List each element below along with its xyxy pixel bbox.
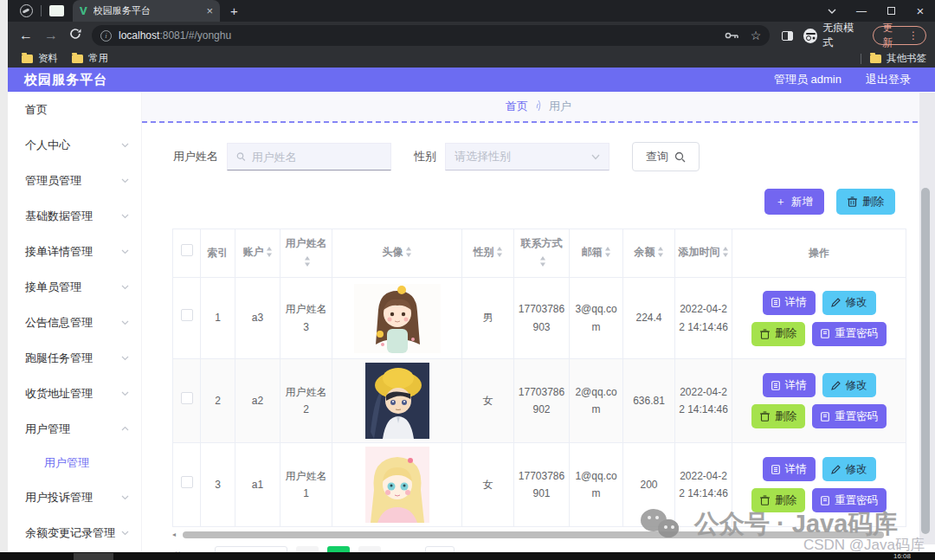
cell-email: 2@qq.com (570, 359, 623, 443)
desktop-edge (0, 0, 8, 552)
sidebar-subitem-user-mgmt-active[interactable]: 用户管理 (8, 447, 141, 480)
sidebar-item-personal-center[interactable]: 个人中心 (8, 127, 141, 163)
sort-icon[interactable] (539, 254, 546, 272)
info-icon[interactable]: i (100, 30, 112, 42)
detail-button[interactable]: 详情 (763, 373, 816, 397)
minimize-button[interactable]: — (847, 0, 876, 22)
name-filter-field[interactable] (227, 143, 391, 171)
bookmark-star-icon[interactable]: ☆ (751, 29, 762, 42)
cell-balance: 200 (623, 443, 675, 527)
new-tab-button[interactable]: + (230, 3, 238, 18)
col-phone[interactable]: 联系方式 (514, 229, 570, 278)
chevron-down-icon (121, 248, 129, 255)
breadcrumb-home-link[interactable]: 首页 (506, 99, 528, 114)
detail-button[interactable]: 详情 (763, 291, 816, 315)
cell-phone: 17703786901 (514, 443, 570, 527)
sidebar-item-errand-task-mgmt[interactable]: 跑腿任务管理 (8, 340, 141, 376)
current-user: 管理员 admin (774, 72, 842, 87)
sidebar-item-user-mgmt[interactable]: 用户管理 (8, 411, 141, 447)
url-bar[interactable]: i localhost:8081/#/yonghu ☆ (92, 25, 770, 46)
sidebar-item-home[interactable]: 首页 (8, 92, 141, 127)
browser-logo-icon[interactable] (20, 4, 33, 17)
edit-button[interactable]: 修改 (822, 291, 876, 315)
taskbar-app-icon[interactable] (74, 553, 113, 560)
forward-icon[interactable]: → (44, 28, 58, 43)
tab-search-chevron-icon[interactable] (817, 0, 847, 22)
row-checkbox[interactable] (181, 392, 193, 404)
name-filter-input[interactable] (252, 151, 382, 164)
app-header: 校园服务平台 管理员 admin 退出登录 (8, 68, 935, 92)
scrollbar-thumb[interactable] (183, 531, 884, 538)
scrollbar-thumb[interactable] (921, 188, 930, 534)
other-bookmarks[interactable]: 其他书签 (870, 52, 926, 65)
pinned-tab-icon[interactable] (49, 5, 64, 16)
cell-index: 3 (201, 443, 235, 527)
menu-dots-icon[interactable]: ⋮ (908, 29, 919, 42)
users-table: 索引 账户 用户姓名 头像 性别 联系方式 邮箱 余额 添加时间 操作 (172, 229, 896, 527)
sidebar-item-complaint-mgmt[interactable]: 用户投诉管理 (8, 480, 141, 515)
delete-button[interactable]: 删除 (751, 322, 805, 346)
divider (861, 54, 861, 64)
search-button[interactable]: 查询 (632, 142, 700, 171)
sidebar-item-address-mgmt[interactable]: 收货地址管理 (8, 376, 141, 411)
select-all-header (173, 229, 201, 278)
row-checkbox[interactable] (181, 309, 193, 321)
delete-button[interactable]: 删除 (751, 488, 805, 512)
horizontal-scrollbar[interactable]: ◂ (172, 531, 896, 539)
col-index[interactable]: 索引 (201, 229, 235, 278)
sort-icon[interactable] (604, 245, 611, 262)
bookmark-folder-2[interactable]: 常用 (72, 52, 108, 65)
maximize-button[interactable] (876, 0, 906, 22)
logout-link[interactable]: 退出登录 (866, 72, 911, 87)
col-avatar[interactable]: 头像 (332, 229, 462, 278)
tab-close-icon[interactable]: × (206, 4, 213, 17)
reload-icon[interactable] (69, 28, 81, 43)
sort-icon[interactable] (304, 254, 311, 272)
url-text[interactable]: localhost:8081/#/yonghu (119, 29, 725, 42)
select-all-checkbox[interactable] (181, 244, 193, 256)
detail-button[interactable]: 详情 (763, 457, 816, 481)
password-key-icon[interactable] (725, 31, 738, 40)
bookmark-folder-1[interactable]: 资料 (22, 52, 58, 65)
sidebar-item-admin-mgmt[interactable]: 管理员管理 (8, 163, 141, 198)
col-account[interactable]: 账户 (235, 229, 280, 278)
edit-button[interactable]: 修改 (822, 457, 876, 481)
reset-password-button[interactable]: 重置密码 (812, 488, 887, 512)
sidebar-item-courier-mgmt[interactable]: 接单员管理 (8, 269, 141, 305)
vertical-scrollbar[interactable] (919, 93, 935, 544)
bookmarks-bar: 资料 常用 其他书签 (8, 49, 935, 68)
col-name[interactable]: 用户姓名 (280, 229, 332, 278)
sidebar-item-notice-mgmt[interactable]: 公告信息管理 (8, 305, 141, 340)
scroll-left-arrow-icon[interactable]: ◂ (172, 531, 176, 539)
cell-created: 2022-04-22 14:14:46 (675, 278, 732, 359)
side-panel-icon[interactable] (782, 31, 793, 41)
back-icon[interactable]: ← (19, 28, 33, 43)
sort-icon[interactable] (266, 245, 273, 262)
sort-icon[interactable] (657, 245, 664, 262)
search-icon (236, 151, 246, 162)
cell-account: a1 (235, 443, 280, 527)
col-created[interactable]: 添加时间 (675, 229, 732, 278)
sort-icon[interactable] (722, 245, 729, 262)
col-gender[interactable]: 性别 (462, 229, 514, 278)
browser-tab[interactable]: V 校园服务平台 × (73, 0, 220, 22)
sidebar-item-order-detail-mgmt[interactable]: 接单详情管理 (8, 234, 141, 269)
update-button[interactable]: 更新 ⋮ (873, 26, 926, 45)
user-avatar (354, 284, 441, 353)
batch-delete-button[interactable]: 删除 (836, 189, 895, 215)
sidebar-item-base-data-mgmt[interactable]: 基础数据管理 (8, 198, 141, 234)
gender-filter-select[interactable]: 请选择性别 (445, 143, 609, 171)
reset-password-button[interactable]: 重置密码 (812, 404, 887, 428)
browser-window: V 校园服务平台 × + — × ← → i localh (8, 0, 935, 552)
reset-password-button[interactable]: 重置密码 (812, 322, 887, 346)
delete-button[interactable]: 删除 (751, 404, 805, 428)
row-checkbox[interactable] (181, 476, 193, 488)
edit-button[interactable]: 修改 (822, 373, 876, 397)
col-balance[interactable]: 余额 (623, 229, 675, 278)
add-button[interactable]: ＋新增 (764, 189, 825, 215)
sidebar-item-balance-log-mgmt[interactable]: 余额变更记录管理 (8, 515, 141, 550)
col-email[interactable]: 邮箱 (570, 229, 623, 278)
sort-icon[interactable] (496, 245, 503, 262)
close-window-button[interactable]: × (906, 0, 935, 22)
sort-icon[interactable] (405, 245, 412, 262)
